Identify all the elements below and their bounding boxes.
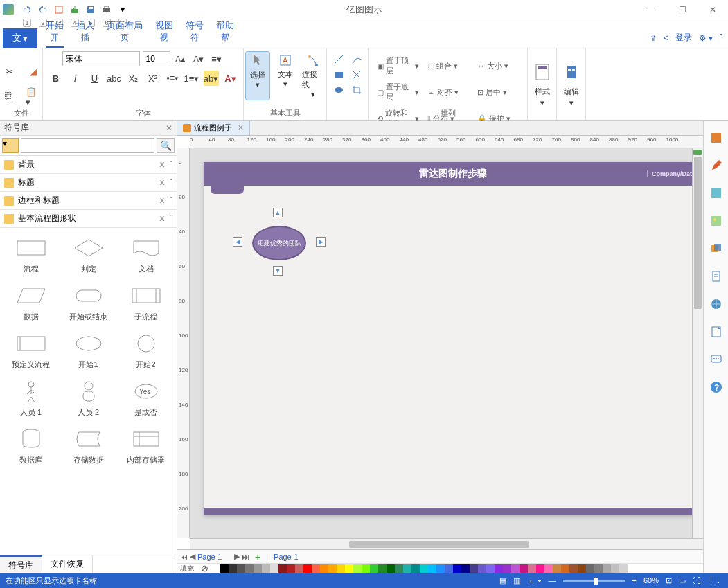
- tab-layout[interactable]: 页面布局页: [107, 17, 143, 48]
- select-tool[interactable]: 选择▾: [245, 51, 270, 100]
- color-swatch[interactable]: [328, 564, 337, 573]
- color-swatch[interactable]: [486, 564, 495, 573]
- ruler-vertical[interactable]: 020406080100120140160180200: [177, 148, 190, 538]
- color-swatch[interactable]: [561, 564, 569, 573]
- canvas-scroll[interactable]: 雷达图制作步骤 Company/Date 组建优秀的团队 ▲ ▼ ◀ ▶: [190, 148, 692, 538]
- view-mode-1[interactable]: ▤: [499, 576, 506, 585]
- qat-redo[interactable]: 2: [35, 2, 51, 17]
- tab-library[interactable]: 符号库: [0, 555, 42, 573]
- cat-collapse-icon[interactable]: ˆ: [170, 214, 172, 224]
- category-border[interactable]: 边框和标题✕ˇ: [0, 192, 177, 210]
- superscript-button[interactable]: X²: [145, 71, 161, 86]
- cat-close-icon[interactable]: ✕: [159, 196, 166, 206]
- connector-tool[interactable]: 连接线▾: [301, 51, 326, 100]
- curve-tool[interactable]: [351, 54, 362, 65]
- color-swatch[interactable]: [411, 564, 420, 573]
- vertical-scrollbar[interactable]: [692, 148, 703, 538]
- color-swatch[interactable]: [520, 564, 528, 573]
- fill-icon[interactable]: [709, 186, 724, 201]
- color-swatch[interactable]: [461, 564, 470, 573]
- color-swatch[interactable]: [536, 564, 544, 573]
- color-swatch[interactable]: [345, 564, 353, 573]
- color-swatch[interactable]: [220, 564, 229, 573]
- grid-icon[interactable]: ⋮⋮: [707, 576, 722, 585]
- tab-help[interactable]: 帮助帮: [216, 17, 234, 48]
- horizontal-scrollbar[interactable]: [190, 538, 703, 549]
- group-button[interactable]: ⬚ 组合▾: [425, 54, 472, 78]
- oval-tool[interactable]: [333, 84, 344, 96]
- font-color-button[interactable]: A▾: [223, 71, 238, 86]
- color-swatch[interactable]: [387, 564, 395, 573]
- color-swatch[interactable]: [528, 564, 536, 573]
- cat-collapse-icon[interactable]: ˇ: [170, 196, 172, 206]
- style-button[interactable]: 样式▾: [534, 62, 551, 107]
- handle-left[interactable]: ◀: [233, 237, 242, 247]
- cat-collapse-icon[interactable]: ˇ: [170, 178, 172, 188]
- close-button[interactable]: ✕: [699, 1, 727, 18]
- shape-predefined[interactable]: 预定义流程: [3, 328, 59, 373]
- line-tool[interactable]: [333, 54, 344, 65]
- color-swatch[interactable]: [611, 564, 619, 573]
- shape-subprocess[interactable]: 子流程: [118, 280, 174, 325]
- tab-home[interactable]: 开始开: [46, 17, 64, 48]
- color-swatch[interactable]: [503, 564, 511, 573]
- fit-width-icon[interactable]: ▭: [679, 576, 686, 585]
- share-icon[interactable]: ⇪: [650, 33, 657, 43]
- color-swatch[interactable]: [603, 564, 611, 573]
- text-tool[interactable]: A文本▾: [273, 51, 298, 100]
- underline-button[interactable]: U: [87, 71, 103, 86]
- cat-close-icon[interactable]: ✕: [159, 160, 166, 170]
- color-swatch[interactable]: [578, 564, 586, 573]
- page-tab[interactable]: Page-1: [274, 553, 298, 561]
- color-swatch[interactable]: [553, 564, 561, 573]
- color-swatch[interactable]: [254, 564, 262, 573]
- color-swatch[interactable]: [495, 564, 503, 573]
- color-swatch[interactable]: [370, 564, 378, 573]
- color-swatch[interactable]: [378, 564, 387, 573]
- color-swatch[interactable]: [436, 564, 445, 573]
- page-next[interactable]: ▶: [234, 552, 240, 561]
- qat-undo[interactable]: 1: [19, 2, 35, 17]
- color-swatch[interactable]: [478, 564, 486, 573]
- scroll-thumb[interactable]: [349, 541, 529, 548]
- shape-person2[interactable]: 人员 2: [60, 375, 116, 420]
- document-tab[interactable]: 流程图例子✕: [177, 121, 250, 135]
- font-size-select[interactable]: [143, 51, 170, 66]
- cat-close-icon[interactable]: ✕: [159, 178, 166, 188]
- panel-close-icon[interactable]: ✕: [166, 123, 172, 133]
- color-swatch[interactable]: [395, 564, 403, 573]
- subscript-button[interactable]: X₂: [126, 71, 141, 86]
- handle-up[interactable]: ▲: [273, 208, 283, 217]
- slide-header[interactable]: 雷达图制作步骤 Company/Date: [204, 162, 692, 186]
- tab-view[interactable]: 视图视: [155, 17, 173, 48]
- zoom-slider[interactable]: [563, 580, 625, 582]
- zoom-in[interactable]: +: [632, 576, 637, 585]
- fullscreen-icon[interactable]: ⛶: [693, 576, 700, 585]
- shape-data[interactable]: 数据: [3, 280, 59, 325]
- shape-yesno[interactable]: Yes是或否: [118, 375, 174, 420]
- numbering-button[interactable]: 1≡▾: [184, 71, 199, 86]
- ruler-horizontal[interactable]: 0408012016020024028032036040044048052056…: [190, 136, 703, 148]
- no-fill-button[interactable]: ⊘: [197, 561, 212, 573]
- bullets-button[interactable]: ⦁≡▾: [165, 71, 180, 86]
- help-icon[interactable]: ?: [709, 380, 724, 395]
- note-icon[interactable]: [709, 324, 724, 339]
- shape-terminator[interactable]: 开始或结束: [60, 280, 116, 325]
- category-title[interactable]: 标题✕ˇ: [0, 174, 177, 192]
- bold-button[interactable]: B: [48, 71, 64, 86]
- shape-start2[interactable]: 开始2: [118, 328, 174, 373]
- color-swatch[interactable]: [569, 564, 578, 573]
- color-swatch[interactable]: [312, 564, 320, 573]
- paste-button[interactable]: 📋▾: [26, 89, 41, 105]
- color-swatch[interactable]: [270, 564, 278, 573]
- x-tool[interactable]: [351, 69, 362, 80]
- share2-icon[interactable]: <: [664, 33, 668, 43]
- shape-person1[interactable]: 人员 1: [3, 375, 59, 420]
- color-swatch[interactable]: [586, 564, 594, 573]
- decrease-font-button[interactable]: A▾: [191, 51, 206, 66]
- canvas[interactable]: 雷达图制作步骤 Company/Date 组建优秀的团队 ▲ ▼ ◀ ▶: [204, 162, 692, 515]
- increase-font-button[interactable]: A▴: [173, 51, 188, 66]
- color-swatch[interactable]: [403, 564, 411, 573]
- add-page-button[interactable]: +: [255, 551, 260, 562]
- color-swatch[interactable]: [619, 564, 628, 573]
